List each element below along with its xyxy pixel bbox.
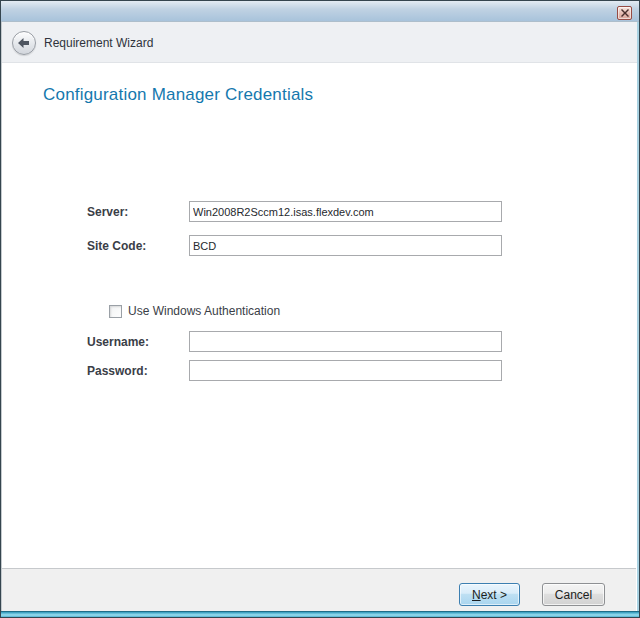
close-button[interactable]: [617, 6, 632, 20]
server-label: Server:: [87, 205, 128, 219]
wizard-title: Requirement Wizard: [44, 22, 153, 63]
site-code-input[interactable]: [189, 235, 502, 256]
windows-auth-checkbox[interactable]: [109, 305, 122, 318]
wizard-header: Requirement Wizard: [2, 22, 638, 63]
site-code-label: Site Code:: [87, 239, 146, 253]
content-area: Configuration Manager Credentials Server…: [2, 64, 636, 568]
password-label: Password:: [87, 364, 148, 378]
username-label: Username:: [87, 335, 149, 349]
footer-bar: Next > Cancel: [2, 568, 636, 611]
page-heading: Configuration Manager Credentials: [43, 85, 313, 105]
next-button-accesskey: N: [472, 588, 481, 602]
password-input[interactable]: [189, 360, 502, 381]
next-button[interactable]: Next >: [459, 583, 520, 606]
cancel-button[interactable]: Cancel: [542, 583, 605, 606]
wizard-window: Requirement Wizard Configuration Manager…: [0, 0, 640, 618]
windows-auth-label[interactable]: Use Windows Authentication: [128, 304, 280, 318]
username-input[interactable]: [189, 331, 502, 352]
back-arrow-icon: [18, 34, 30, 52]
windows-auth-row: Use Windows Authentication: [109, 304, 280, 318]
title-bar[interactable]: [1, 1, 639, 22]
close-icon: [621, 9, 629, 17]
next-button-label-rest: ext >: [481, 588, 507, 602]
window-bottom-border: [1, 611, 639, 617]
server-input[interactable]: [189, 201, 502, 222]
back-button[interactable]: [12, 31, 36, 55]
